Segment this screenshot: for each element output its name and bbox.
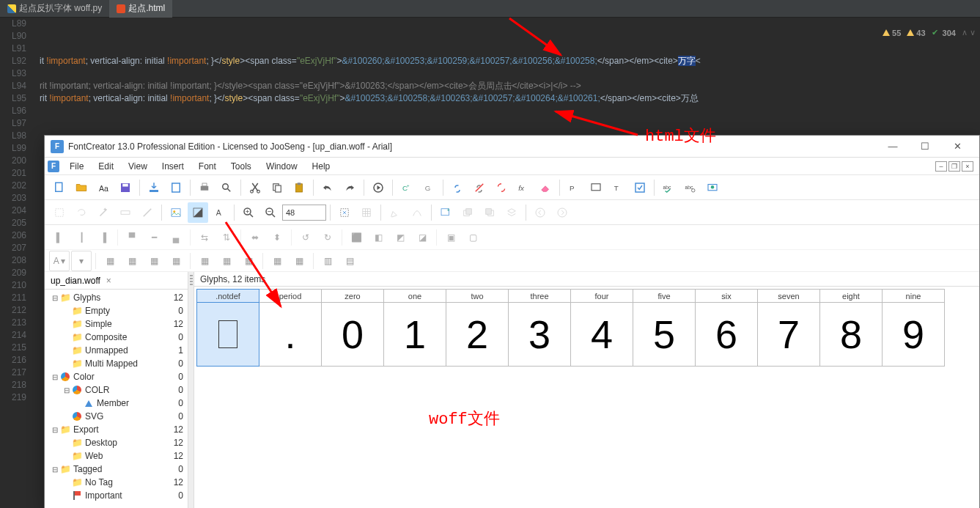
image-icon[interactable] (166, 202, 186, 223)
link-icon[interactable] (447, 177, 468, 198)
splitter[interactable] (188, 272, 194, 508)
glyph-cell[interactable]: period. (259, 289, 322, 367)
table9-icon[interactable]: ▦ (289, 251, 309, 271)
title-bar[interactable]: F FontCreator 13.0 Professional Edition … (45, 136, 979, 158)
rotate-left-icon[interactable]: ↺ (295, 227, 316, 248)
table8-icon[interactable]: ▦ (267, 251, 287, 271)
table3-icon[interactable]: ▦ (144, 251, 164, 271)
mdi-minimize-button[interactable]: – (935, 161, 947, 172)
eraser-icon[interactable] (535, 177, 556, 198)
web-icon[interactable] (702, 177, 723, 198)
align-top-icon[interactable]: ▀ (122, 227, 142, 248)
tree-item[interactable]: ⊟📁Tagged0 (45, 463, 188, 476)
union-icon[interactable]: ⬛ (346, 227, 366, 248)
flip-v-icon[interactable]: ⬍ (267, 227, 287, 248)
new-icon[interactable] (49, 177, 70, 198)
curve-icon[interactable] (407, 202, 427, 223)
rotate-right-icon[interactable]: ↻ (317, 227, 338, 248)
table7-icon[interactable]: ▦ (238, 251, 259, 271)
unlink-icon[interactable] (469, 177, 490, 198)
zoom-out-icon[interactable] (260, 202, 281, 223)
table5-icon[interactable]: ▦ (194, 251, 215, 271)
close-icon[interactable]: × (106, 276, 111, 286)
export-icon[interactable] (144, 177, 164, 198)
validate-icon[interactable] (630, 177, 650, 198)
tree-item[interactable]: 📁Unmapped1 (45, 344, 188, 357)
nav-back-icon[interactable] (530, 202, 550, 223)
install-icon[interactable] (166, 177, 186, 198)
align-right-icon[interactable]: ▐ (93, 227, 114, 248)
align-left-icon[interactable]: ▌ (49, 227, 70, 248)
glyph-cell[interactable]: one1 (383, 289, 446, 367)
pen-icon[interactable] (385, 202, 405, 223)
font-icon[interactable]: Aa (93, 177, 114, 198)
subtract-icon[interactable]: ◧ (368, 227, 388, 248)
complete-icon[interactable]: C+ (397, 177, 417, 198)
wand-icon[interactable] (93, 202, 114, 223)
glyph-cell[interactable]: zero0 (321, 289, 384, 367)
ruler-icon[interactable] (115, 202, 136, 223)
spellcheck-icon[interactable]: abc (658, 177, 679, 198)
color-swatch-icon[interactable]: ▾ (71, 251, 92, 271)
cut-icon[interactable] (245, 177, 265, 198)
layer-up-icon[interactable] (457, 202, 478, 223)
glyph-cell[interactable]: .notdef (196, 289, 259, 367)
glyph-icon[interactable]: G (419, 177, 439, 198)
tree-item[interactable]: SVG0 (45, 410, 188, 423)
tree-item[interactable]: 📁Web12 (45, 449, 188, 463)
table6-icon[interactable]: ▦ (216, 251, 237, 271)
editor-tab[interactable]: 起点反扒字体 woff.py (0, 0, 109, 18)
add-image-icon[interactable]: + (435, 202, 456, 223)
nav-fwd-icon[interactable] (552, 202, 572, 223)
tree-item[interactable]: 📁Empty0 (45, 304, 188, 317)
tree-item[interactable]: 📁No Tag12 (45, 476, 188, 489)
exclude-icon[interactable]: ◪ (412, 227, 432, 248)
layout2-icon[interactable]: ▤ (339, 251, 360, 271)
close-button[interactable]: ✕ (941, 136, 973, 157)
glyph-cell[interactable]: two2 (446, 289, 509, 367)
mdi-restore-button[interactable]: ❐ (948, 161, 960, 172)
redo-icon[interactable] (339, 177, 360, 198)
open-icon[interactable] (71, 177, 92, 198)
print-icon[interactable] (194, 177, 215, 198)
run-icon[interactable] (368, 177, 388, 198)
menu-edit[interactable]: Edit (91, 159, 121, 174)
glyph-cell[interactable]: six6 (695, 289, 758, 367)
minimize-button[interactable]: — (877, 136, 909, 157)
glyph-cell[interactable]: seven7 (757, 289, 820, 367)
preview-icon[interactable] (586, 177, 606, 198)
layer-down-icon[interactable] (479, 202, 500, 223)
table1-icon[interactable]: ▦ (100, 251, 120, 271)
menu-font[interactable]: Font (191, 159, 224, 174)
tree-item[interactable]: ⊟COLR0 (45, 383, 188, 397)
menu-view[interactable]: View (121, 159, 155, 174)
tree-item[interactable]: 📁Multi Mapped0 (45, 357, 188, 370)
glyph-cell[interactable]: three3 (508, 289, 571, 367)
glyph-cell[interactable]: nine9 (882, 289, 945, 367)
table4-icon[interactable]: ▦ (166, 251, 186, 271)
undo-icon[interactable] (317, 177, 338, 198)
align-center-icon[interactable]: ┃ (71, 227, 92, 248)
intersect-icon[interactable]: ◩ (390, 227, 410, 248)
zoom-input[interactable] (282, 205, 326, 221)
tree-item[interactable]: Important0 (45, 489, 188, 502)
tree-item[interactable]: Member0 (45, 397, 188, 410)
flip-h-icon[interactable]: ⬌ (245, 227, 265, 248)
tree-item[interactable]: 📁Composite0 (45, 331, 188, 344)
table2-icon[interactable]: ▦ (122, 251, 142, 271)
menu-tools[interactable]: Tools (224, 159, 259, 174)
align-bottom-icon[interactable]: ▄ (166, 227, 186, 248)
tree-item[interactable]: 📁Simple12 (45, 317, 188, 331)
text-tool-icon[interactable]: T (608, 177, 628, 198)
editor-tab[interactable]: 起点.html (109, 0, 172, 18)
group-icon[interactable]: ▣ (441, 227, 461, 248)
glyph-cell[interactable]: eight8 (819, 289, 883, 367)
glyph-cell[interactable]: five5 (633, 289, 696, 367)
copy-icon[interactable] (267, 177, 287, 198)
break-icon[interactable] (491, 177, 512, 198)
code-area[interactable]: it !important; vertical-align: initial !… (40, 18, 980, 117)
layout1-icon[interactable]: ▥ (317, 251, 338, 271)
properties-icon[interactable]: P (564, 177, 584, 198)
dictionary-icon[interactable]: abc (680, 177, 701, 198)
fit-icon[interactable] (334, 202, 355, 223)
